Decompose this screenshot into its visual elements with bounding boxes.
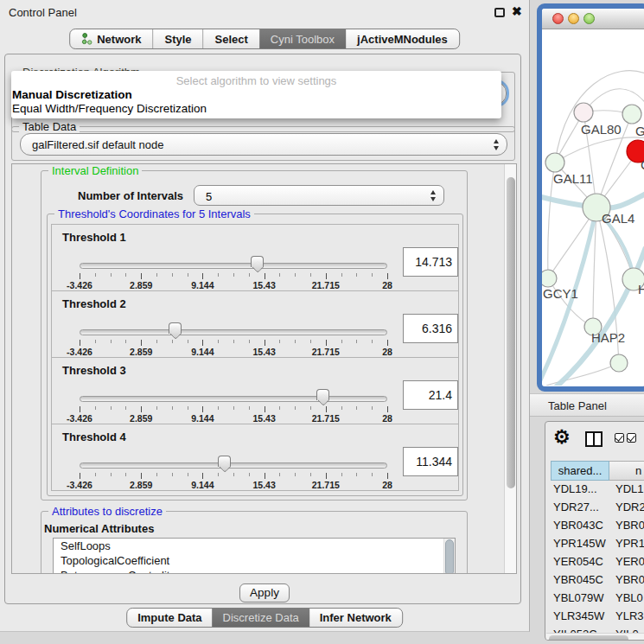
column-header-name[interactable]: n — [609, 461, 644, 481]
slider-thumb[interactable] — [316, 389, 329, 400]
tab-label: Style — [164, 33, 191, 46]
table-cell[interactable]: YLR3 — [615, 609, 644, 622]
panel-title: Control Panel — [9, 6, 77, 19]
tick-mark — [188, 473, 188, 476]
network-node[interactable] — [542, 270, 557, 287]
tick-mark — [233, 340, 234, 343]
vertical-scrollbar[interactable] — [504, 164, 516, 573]
tick-mark — [341, 273, 342, 277]
intervals-spinner[interactable]: 5 — [194, 185, 444, 206]
table-cell[interactable]: YPR1 — [615, 537, 644, 550]
horizontal-scrollbar[interactable] — [546, 633, 644, 641]
checkbox-icon[interactable] — [627, 433, 636, 443]
checkbox-icon[interactable] — [615, 433, 624, 443]
slider-thumb[interactable] — [218, 456, 231, 467]
tab-style[interactable]: Style — [152, 29, 202, 48]
slider-thumb[interactable] — [169, 322, 182, 334]
table-cell[interactable]: YDR2 — [615, 501, 644, 513]
table-row[interactable]: YLR345WYLR3 — [545, 608, 644, 626]
slider-track[interactable] — [80, 329, 387, 335]
dropdown-option[interactable]: Equal Width/Frequency Discretization — [11, 102, 501, 115]
numerical-attributes-label: Numerical Attributes — [44, 522, 154, 535]
list-scrollbar[interactable] — [443, 539, 455, 574]
dropdown-option[interactable]: Manual Discretization — [11, 88, 501, 101]
table-cell[interactable]: YDL1 — [615, 482, 644, 495]
table-cell[interactable]: YDR27... — [553, 501, 599, 513]
table-row[interactable]: YDL19...YDL1 — [545, 481, 644, 499]
table-cell[interactable]: YBL079W — [553, 591, 604, 604]
network-node[interactable] — [622, 105, 641, 124]
slider-track[interactable] — [80, 462, 387, 469]
table-cell[interactable]: YBR0 — [615, 519, 644, 532]
table-row[interactable]: YBR043CYBR0 — [545, 517, 644, 535]
table-row[interactable]: YDR27...YDR2 — [545, 499, 644, 517]
tick-mark — [202, 473, 203, 479]
tab-jactivemnodules[interactable]: jActiveMNodules — [346, 29, 459, 48]
tick-mark — [356, 473, 357, 476]
tick-mark — [80, 406, 80, 412]
table-cell[interactable]: YBL0 — [615, 591, 643, 604]
split-columns-icon[interactable] — [585, 431, 603, 447]
tab-impute-data[interactable]: Impute Data — [127, 609, 212, 627]
gear-icon[interactable]: ⚙ — [553, 426, 571, 449]
table-cell[interactable]: YER0 — [615, 555, 644, 568]
scale-label: 15.43 — [252, 280, 275, 290]
close-icon[interactable]: ✖ — [512, 4, 522, 18]
tab-infer-network[interactable]: Infer Network — [309, 609, 402, 627]
tick-mark — [80, 473, 80, 479]
close-traffic-light-icon[interactable] — [552, 13, 564, 24]
table-cell[interactable]: YBR043C — [553, 519, 603, 532]
tick-mark — [141, 340, 142, 346]
table-cell[interactable]: YBR045C — [553, 573, 603, 586]
tick-mark — [310, 473, 311, 476]
slider-track[interactable] — [80, 263, 387, 269]
tick-mark — [95, 406, 96, 410]
tick-mark — [125, 340, 126, 343]
list-item[interactable]: SelfLoops — [54, 539, 455, 553]
column-header-shared-name[interactable]: shared... — [551, 461, 609, 481]
threshold-value-field[interactable]: 21.4 — [403, 380, 458, 410]
table-row[interactable]: YPR145WYPR1 — [545, 535, 644, 553]
table-cell[interactable]: YBR0 — [615, 573, 644, 586]
table-cell[interactable]: YPR145W — [553, 537, 606, 550]
network-canvas[interactable]: GAL80GAL11GAL4GCY1HAP2GACH — [542, 29, 644, 386]
network-node[interactable] — [610, 354, 628, 372]
scale-label: 21.715 — [312, 280, 340, 290]
slider-track[interactable] — [80, 396, 387, 402]
table-data-combo[interactable]: galFiltered.sif default node — [20, 133, 507, 156]
zoom-traffic-light-icon[interactable] — [583, 13, 595, 24]
network-window-titlebar[interactable] — [542, 9, 644, 29]
attributes-list[interactable]: SelfLoopsTopologicalCoefficientBetweenne… — [53, 538, 456, 574]
table-row[interactable]: YER054CYER0 — [545, 553, 644, 571]
table-cell[interactable]: YLR345W — [553, 609, 604, 622]
float-window-icon[interactable] — [494, 8, 505, 17]
minimize-traffic-light-icon[interactable] — [568, 13, 579, 24]
tick-mark — [156, 340, 157, 343]
node-label: GCY1 — [543, 286, 578, 301]
slider-thumb[interactable] — [251, 256, 264, 267]
tab-discretize-data[interactable]: Discretize Data — [213, 609, 309, 627]
list-item[interactable]: TopologicalCoefficient — [54, 553, 455, 568]
threshold-value-field[interactable]: 14.713 — [403, 247, 458, 277]
slider-scale-labels: -3.4262.8599.14415.4321.71528 — [80, 480, 387, 490]
tab-cyni-toolbox[interactable]: Cyni Toolbox — [259, 29, 346, 48]
tick-mark — [341, 406, 342, 410]
table-row[interactable]: YBR045CYBR0 — [545, 571, 644, 590]
checkbox-icons[interactable] — [615, 433, 639, 449]
network-node[interactable] — [574, 103, 593, 122]
apply-button[interactable]: Apply — [239, 583, 290, 603]
list-item[interactable]: BetweennessCentrality — [54, 568, 455, 574]
network-node[interactable] — [545, 153, 564, 172]
scrollbar-thumb[interactable] — [507, 177, 515, 488]
table-cell[interactable]: YER054C — [553, 555, 603, 568]
scrollbar-thumb[interactable] — [549, 635, 628, 641]
tab-select[interactable]: Select — [203, 29, 259, 48]
scrollbar-thumb[interactable] — [445, 539, 454, 574]
scale-label: 9.144 — [191, 413, 214, 424]
table-row[interactable]: YBL079WYBL0 — [545, 590, 644, 608]
threshold-value-field[interactable]: 11.344 — [403, 447, 458, 476]
table-cell[interactable]: YDL19... — [553, 482, 597, 495]
tick-mark — [372, 340, 373, 343]
tab-network[interactable]: Network — [70, 29, 152, 48]
threshold-value-field[interactable]: 6.316 — [403, 314, 458, 343]
